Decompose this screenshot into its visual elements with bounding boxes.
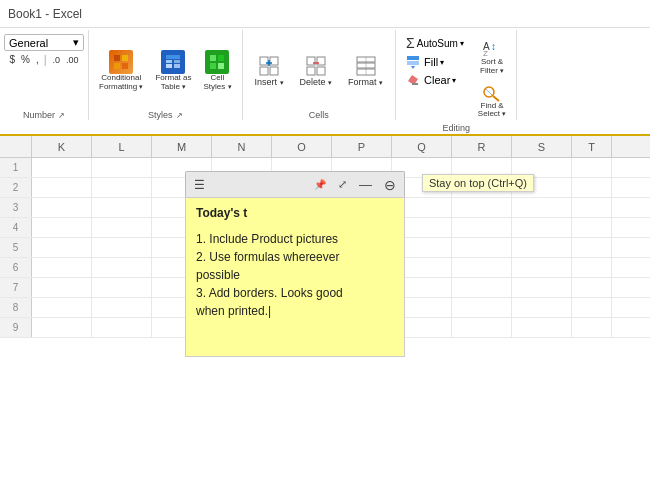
spreadsheet-area: K L M N O P Q R S T 1 2 [0, 136, 650, 500]
svg-rect-7 [166, 64, 172, 68]
sticky-note-toolbar: ☰ 📌 Stay on top (Ctrl+Q) ⤢ — ⊖ [185, 171, 405, 197]
sticky-note: ☰ 📌 Stay on top (Ctrl+Q) ⤢ — ⊖ Today's t… [185, 171, 405, 357]
svg-rect-4 [166, 55, 180, 59]
col-header-T[interactable]: T [572, 136, 612, 158]
svg-rect-0 [114, 55, 120, 61]
col-header-O[interactable]: O [272, 136, 332, 158]
svg-rect-11 [210, 63, 216, 69]
sticky-pin-tooltip: Stay on top (Ctrl+Q) [422, 174, 534, 192]
sticky-minimize-btn[interactable]: — [355, 176, 376, 193]
col-header-R[interactable]: R [452, 136, 512, 158]
editing-group-label: Editing [402, 121, 510, 133]
corner-cell [0, 136, 32, 157]
svg-rect-15 [260, 67, 268, 75]
col-header-L[interactable]: L [92, 136, 152, 158]
styles-group-label: Styles ↗ [95, 108, 236, 120]
sticky-resize-btn[interactable]: ⤢ [334, 177, 351, 192]
svg-rect-21 [307, 67, 315, 75]
number-format-dropdown[interactable]: General ▾ [4, 34, 84, 51]
svg-rect-14 [270, 57, 278, 65]
svg-rect-6 [174, 60, 180, 63]
svg-rect-8 [174, 64, 180, 68]
cells-group: Insert ▾ Delete ▾ [243, 30, 397, 120]
fill-btn[interactable]: Fill ▾ [402, 54, 468, 70]
col-header-Q[interactable]: Q [392, 136, 452, 158]
sticky-menu-btn[interactable]: ☰ [190, 177, 209, 193]
svg-rect-9 [210, 55, 216, 61]
sort-filter-btn[interactable]: A ↕ Z Sort &Filter ▾ [474, 34, 510, 78]
format-btn[interactable]: Format ▾ [344, 53, 387, 89]
col-header-K[interactable]: K [32, 136, 92, 158]
format-as-table-btn[interactable]: Format asTable ▾ [151, 48, 195, 94]
svg-text:↕: ↕ [491, 41, 496, 52]
sticky-note-title: Today's t [196, 204, 394, 222]
svg-rect-13 [260, 57, 268, 65]
number-format-row: $ % , │ .0 .00 [8, 53, 81, 66]
svg-rect-5 [166, 60, 172, 63]
svg-rect-28 [407, 56, 419, 60]
col-header-N[interactable]: N [212, 136, 272, 158]
sticky-note-body[interactable]: Today's t 1. Include Product pictures 2.… [185, 197, 405, 357]
svg-rect-12 [218, 63, 224, 69]
find-select-btn[interactable]: Find &Select ▾ [474, 82, 510, 122]
svg-rect-22 [317, 67, 325, 75]
title-text: Book1 - Excel [8, 7, 82, 21]
number-group: General ▾ $ % , │ .0 .00 Number ↗ [0, 30, 89, 120]
column-headers: K L M N O P Q R S T [0, 136, 650, 158]
increase-decimal-btn[interactable]: .00 [64, 54, 81, 66]
conditional-formatting-btn[interactable]: ConditionalFormatting ▾ [95, 48, 147, 94]
cell-styles-btn[interactable]: CellStyles ▾ [199, 48, 235, 94]
svg-rect-3 [122, 63, 128, 69]
editing-group: Σ AutoSum ▾ Fill ▾ [396, 30, 517, 120]
svg-rect-29 [407, 61, 419, 65]
svg-rect-1 [122, 55, 128, 61]
styles-group: ConditionalFormatting ▾ Format asTable ▾ [89, 30, 243, 120]
delete-btn[interactable]: Delete ▾ [296, 53, 337, 89]
svg-rect-16 [270, 67, 278, 75]
sticky-pin-btn[interactable]: 📌 [310, 178, 330, 191]
clear-btn[interactable]: Clear ▾ [402, 72, 468, 88]
cells-group-label: Cells [251, 108, 388, 120]
col-header-S[interactable]: S [512, 136, 572, 158]
svg-line-35 [493, 96, 499, 101]
col-header-P[interactable]: P [332, 136, 392, 158]
svg-rect-20 [317, 57, 325, 65]
pct-btn[interactable]: % [19, 53, 32, 66]
insert-btn[interactable]: Insert ▾ [251, 53, 288, 89]
svg-line-36 [486, 89, 492, 95]
svg-rect-10 [218, 55, 224, 61]
svg-rect-30 [412, 83, 418, 85]
ribbon: General ▾ $ % , │ .0 .00 Number ↗ [0, 28, 650, 136]
col-header-M[interactable]: M [152, 136, 212, 158]
autosum-btn[interactable]: Σ AutoSum ▾ [402, 34, 468, 52]
svg-rect-2 [114, 63, 120, 69]
number-group-label: Number ↗ [4, 108, 84, 120]
dollar-btn[interactable]: $ [8, 53, 18, 66]
sticky-note-content: 1. Include Product pictures 2. Use formu… [196, 230, 394, 320]
svg-rect-19 [307, 57, 315, 65]
decrease-decimal-btn[interactable]: .0 [50, 54, 62, 66]
title-bar: Book1 - Excel [0, 0, 650, 28]
sticky-close-btn[interactable]: ⊖ [380, 176, 400, 194]
comma-btn[interactable]: , [34, 53, 41, 66]
